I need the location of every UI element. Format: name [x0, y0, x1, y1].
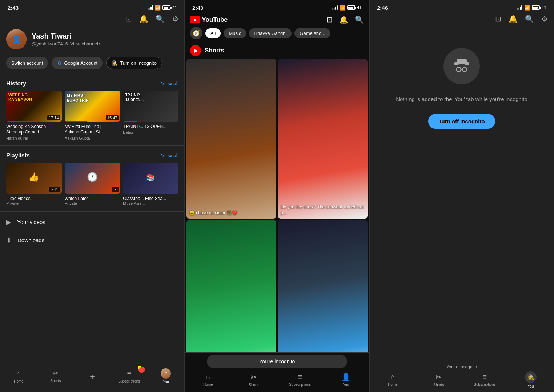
playlists-header: Playlists View all	[6, 152, 178, 159]
add-button-p1[interactable]: ＋	[86, 370, 99, 383]
chip-music[interactable]: Music	[224, 28, 246, 38]
gear-icon-p3[interactable]: ⚙	[541, 15, 548, 23]
nav-subscriptions-p1[interactable]: ≡ Subscriptions 🔴	[111, 363, 148, 392]
google-logo-icon: G	[57, 60, 62, 65]
subs-icon-p3: ≡	[482, 373, 487, 381]
playlists-grid: 👍 941 Liked videos Private ⋮ 🕐	[6, 163, 178, 205]
status-time-p2: 2:43	[192, 5, 203, 11]
short-item-1[interactable]: 😅 i have no sister 👯‍♀️❤️	[186, 59, 276, 219]
youtube-header: YouTube ⊡ 🔔 🔍	[185, 13, 369, 27]
incognito-icon: 🕵	[112, 60, 118, 66]
bell-icon-p3[interactable]: 🔔	[509, 15, 518, 23]
chip-all[interactable]: All	[205, 28, 221, 38]
history-thumb-1: WEDDINGKA SEASON 17:14	[6, 91, 62, 122]
shorts-icon-p3: ✂	[435, 373, 442, 381]
search-icon-p3[interactable]: 🔍	[525, 15, 534, 23]
search-icon-p2[interactable]: 🔍	[355, 15, 364, 24]
shorts-label-p2: Shorts	[249, 383, 259, 387]
nav-you-p3[interactable]: 🕵 You	[508, 370, 554, 392]
nav-you-p2[interactable]: 👤 You	[323, 370, 369, 392]
chip-game[interactable]: Game sho...	[294, 28, 330, 38]
subs-icon-p2: ≡	[298, 373, 302, 381]
hist-author-3: Betaz	[123, 130, 166, 135]
add-icon-p1: ＋	[88, 371, 96, 382]
svg-rect-1	[457, 59, 467, 64]
your-videos-label: Your videos	[17, 219, 45, 225]
chip-bhavya[interactable]: Bhavya Gandhi	[249, 28, 292, 38]
pl-title-3: Classroo... Elite Sea...	[123, 196, 166, 201]
search-icon-p1[interactable]: 🔍	[156, 15, 165, 23]
compass-icon: 🧭	[193, 30, 200, 37]
pl-title-2: Watch Later	[65, 196, 88, 201]
you-icon-p2: 👤	[341, 373, 350, 381]
panel-incognito: 2:46 📶 41 ⊡ 🔔 🔍 ⚙	[369, 0, 554, 392]
nav-home-p1[interactable]: ⌂ Home	[0, 363, 37, 392]
wifi-icon-p1: 📶	[155, 5, 161, 11]
liked-icon: 👍	[28, 172, 39, 182]
explore-chip[interactable]: 🧭	[190, 27, 202, 39]
nav-subs-p3[interactable]: ≡ Subscriptions	[462, 370, 508, 392]
home-icon-p3: ⌂	[390, 373, 395, 381]
pl-sub-2: Private	[65, 201, 88, 205]
shorts-grid: 😅 i have no sister 👯‍♀️❤️ Do you like sn…	[185, 59, 369, 380]
svg-line-7	[467, 69, 467, 69]
cast-icon-p1[interactable]: ⊡	[126, 15, 132, 23]
cast-icon-p3[interactable]: ⊡	[495, 15, 501, 23]
nav-add-p1[interactable]: ＋	[74, 363, 111, 392]
short-item-2[interactable]: Do you like snow? The snowball turned ou…	[278, 59, 368, 219]
bell-icon-p2[interactable]: 🔔	[339, 15, 348, 24]
turn-off-incognito-button[interactable]: Turn off Incognito	[428, 114, 495, 129]
wifi-icon-p2: 📶	[340, 5, 345, 11]
nav-shorts-p1[interactable]: ✂ Shorts	[37, 363, 74, 392]
nav-you-p1[interactable]: Y You	[148, 363, 184, 392]
playlist-thumb-3: 📚	[123, 163, 178, 194]
incognito-nav-icon: 🕵	[525, 371, 537, 383]
battery-icon-p3	[532, 5, 540, 10]
nav-shorts-p3[interactable]: ✂ Shorts	[416, 370, 462, 392]
pl-menu-1[interactable]: ⋮	[56, 196, 62, 205]
switch-account-button[interactable]: Switch account	[6, 57, 48, 69]
status-time-p1: 2:43	[8, 5, 19, 11]
home-icon-p1: ⌂	[17, 369, 21, 378]
status-icons-p2: 📶 41	[332, 5, 362, 11]
history-header: History View all	[6, 80, 178, 87]
subs-badge-p1: 🔴	[138, 366, 141, 369]
pl-menu-2[interactable]: ⋮	[114, 196, 120, 205]
hist-menu-2[interactable]: ⋮	[114, 124, 120, 131]
nav-shorts-p2[interactable]: ✂ Shorts	[231, 370, 277, 392]
menu-your-videos[interactable]: ▶ Your videos	[0, 213, 184, 231]
shorts-label-p1: Shorts	[50, 379, 61, 383]
hist-menu-1[interactable]: ⋮	[56, 124, 62, 131]
shorts-icon-p1: ✂	[53, 369, 58, 377]
filter-chips: 🧭 All Music Bhavya Gandhi Game sho...	[185, 27, 369, 43]
status-bar-p1: 2:43 📶 41	[0, 0, 184, 13]
google-account-button[interactable]: G Google Account	[52, 57, 103, 69]
history-view-all[interactable]: View all	[161, 81, 178, 87]
history-grid: WEDDINGKA SEASON 17:14 Wedding Ka Season…	[6, 91, 178, 140]
short-caption-1: 😅 i have no sister 👯‍♀️❤️	[189, 210, 273, 216]
bell-icon-p1[interactable]: 🔔	[139, 15, 148, 23]
gear-icon-p1[interactable]: ⚙	[172, 15, 178, 23]
cast-icon-p2[interactable]: ⊡	[326, 15, 333, 24]
battery-icon-p1	[162, 5, 170, 10]
downloads-icon: ⬇	[6, 236, 12, 244]
playlists-view-all[interactable]: View all	[161, 153, 178, 159]
incognito-toast: You're incognito	[207, 355, 347, 368]
battery-label-p2: 41	[357, 5, 362, 10]
divider-3	[0, 211, 184, 212]
view-channel-link[interactable]: View channel ›	[70, 41, 100, 47]
bottom-nav-p2: ⌂ Home ✂ Shorts ≡ Subscriptions 👤 You	[185, 370, 369, 392]
classroom-icon: 📚	[146, 173, 155, 182]
turn-on-incognito-button[interactable]: 🕵 Turn on Incognito	[106, 57, 162, 69]
menu-downloads[interactable]: ⬇ Downloads	[0, 231, 184, 249]
user-info: Yash Tiwari @yashtiwari7416 View channel…	[32, 32, 178, 47]
account-buttons: Switch account G Google Account 🕵 Turn o…	[0, 55, 184, 74]
nav-subs-p2[interactable]: ≡ Subscriptions	[277, 370, 323, 392]
hist-title-3: TRAIN P... 13 OPEN...	[123, 124, 166, 130]
divider-2	[0, 145, 184, 146]
subs-label-p2: Subscriptions	[289, 383, 311, 387]
nav-home-p3[interactable]: ⌂ Home	[370, 370, 416, 392]
p2-header-icons: ⊡ 🔔 🔍	[326, 15, 364, 24]
youtube-logo: YouTube	[190, 16, 228, 24]
nav-home-p2[interactable]: ⌂ Home	[185, 370, 231, 392]
